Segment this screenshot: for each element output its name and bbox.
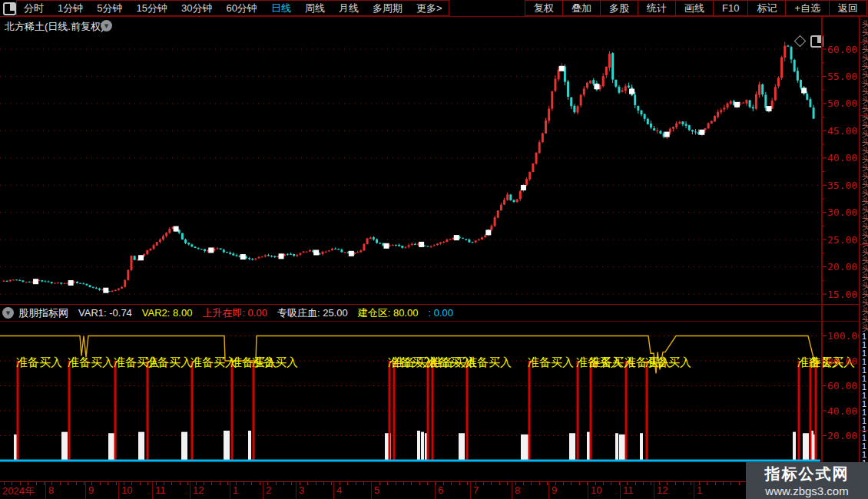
svg-text:60.00: 60.00 (827, 44, 857, 55)
price-gridlines (0, 49, 820, 294)
title-row: 北方稀土(日线.前复权) ▾ (0, 17, 868, 34)
axis-tick (451, 482, 452, 485)
watermark-title: 指标公式网 (746, 464, 868, 484)
month-label: 12 (193, 484, 204, 496)
month-label: 8 (515, 484, 520, 496)
strip-divider (860, 42, 868, 43)
period-item-30分钟[interactable]: 30分钟 (174, 1, 219, 15)
month-separator (512, 482, 512, 499)
tool-item-标记[interactable]: 标记 (747, 1, 785, 15)
axis-tick (396, 482, 396, 485)
month-label: 11 (623, 484, 634, 496)
axis-tick (100, 482, 101, 485)
month-separator (118, 482, 119, 499)
strip-divider (860, 430, 868, 431)
month-separator (470, 482, 471, 499)
axis-tick (563, 482, 564, 485)
axis-tick (260, 482, 260, 485)
axis-tick (539, 482, 540, 485)
period-toolbar: 分时1分钟5分钟15分钟30分钟60分钟日线周线月线多周期更多> 复权叠加多股统… (0, 0, 868, 17)
tool-item-F10[interactable]: F10 (713, 1, 747, 15)
month-label: 2024年 (2, 484, 35, 498)
svg-text:100.00: 100.00 (827, 330, 863, 342)
chevron-down-icon[interactable]: ▾ (2, 307, 14, 319)
period-item-多周期[interactable]: 多周期 (366, 1, 409, 15)
tool-item-复权[interactable]: 复权 (525, 1, 562, 15)
month-separator (85, 482, 86, 499)
month-marker-boxes (33, 66, 807, 293)
axis-tick (251, 482, 252, 485)
period-item-5分钟[interactable]: 5分钟 (90, 1, 129, 15)
axis-tick (523, 482, 524, 485)
period-item-1分钟[interactable]: 1分钟 (51, 1, 90, 15)
axis-tick (611, 482, 611, 485)
strip-divider (860, 244, 868, 245)
indicator-field: VAR1: -0.74 (78, 307, 132, 319)
svg-text:25.00: 25.00 (827, 234, 857, 246)
axis-tick (68, 482, 68, 485)
tool-item-返回[interactable]: 返回 (829, 1, 866, 15)
app-window: 分时1分钟5分钟15分钟30分钟60分钟日线周线月线多周期更多> 复权叠加多股统… (0, 0, 868, 499)
axis-tick (227, 482, 228, 485)
period-item-15分钟[interactable]: 15分钟 (129, 1, 174, 15)
svg-text:准备买入: 准备买入 (465, 355, 512, 368)
svg-text:准备买入: 准备买入 (146, 355, 192, 368)
svg-text:80.00: 80.00 (827, 355, 857, 367)
tool-item-+自选[interactable]: +自选 (785, 1, 829, 15)
axis-tick (331, 482, 332, 485)
indicator-field: : 0.00 (428, 307, 453, 319)
month-label: 1 (233, 484, 238, 496)
axis-tick (180, 482, 181, 485)
tool-item-多股[interactable]: 多股 (600, 1, 638, 15)
tool-item-统计[interactable]: 统计 (638, 1, 675, 15)
buy-signal-bars (17, 361, 817, 461)
window-icon[interactable] (3, 2, 16, 15)
month-separator (435, 482, 436, 499)
axis-tick (675, 482, 676, 485)
axis-tick (76, 482, 77, 485)
axis-tick (427, 482, 428, 485)
period-item-周线[interactable]: 周线 (298, 1, 332, 15)
svg-text:准备买入: 准备买入 (190, 355, 237, 368)
main-chart[interactable]: 60.0055.0050.0045.0040.0035.0030.0025.00… (0, 35, 868, 304)
right-clipped-panel: 头头头头头头头头头头头头头头头头头头头头头头头头头头头头头头头头头头头头头111… (859, 17, 868, 499)
month-label: 4 (336, 484, 342, 496)
axis-tick (147, 482, 148, 485)
watermark: 指标公式网 www.zbgs3.com (746, 462, 868, 499)
period-item-分时[interactable]: 分时 (17, 1, 51, 15)
tool-item-画线[interactable]: 画线 (675, 1, 713, 15)
axis-tick (603, 482, 604, 485)
axis-tick (316, 482, 316, 485)
zero-baseline (0, 460, 820, 462)
axis-tick (731, 482, 731, 485)
tools-menu: 复权叠加多股统计画线F10标记+自选返回 (525, 0, 867, 16)
period-menu: 分时1分钟5分钟15分钟30分钟60分钟日线周线月线多周期更多> (16, 0, 449, 16)
period-item-60分钟[interactable]: 60分钟 (219, 1, 263, 15)
svg-text:45.00: 45.00 (827, 125, 857, 137)
period-item-更多>[interactable]: 更多> (409, 1, 449, 15)
month-label: 9 (88, 484, 94, 496)
axis-tick (60, 482, 61, 485)
svg-text:准备买入: 准备买入 (528, 355, 574, 368)
axis-tick (36, 482, 37, 485)
indicator-chart[interactable]: 准备买入准备买入准备买入准备买入准备买入准备买入准备买入准备买入准备买入准备买入… (0, 322, 868, 481)
period-item-月线[interactable]: 月线 (332, 1, 366, 15)
watermark-url: www.zbgs3.com (746, 484, 868, 497)
tool-item-叠加[interactable]: 叠加 (562, 1, 600, 15)
svg-text:40.00: 40.00 (827, 405, 857, 417)
axis-tick (507, 482, 508, 485)
candles-layer (3, 42, 815, 292)
axis-tick (387, 482, 388, 485)
month-label: 2 (266, 484, 271, 496)
period-item-日线[interactable]: 日线 (264, 1, 298, 15)
axis-tick (531, 482, 532, 485)
axis-tick (483, 482, 484, 485)
axis-tick (356, 482, 356, 485)
chevron-down-icon[interactable]: ▾ (101, 20, 112, 31)
stock-title: 北方稀土(日线.前复权) (5, 20, 104, 34)
month-label: 1 (697, 484, 702, 496)
axis-tick (84, 482, 84, 485)
axis-border-line (821, 17, 823, 499)
svg-text:准备买入: 准备买入 (16, 355, 62, 368)
month-separator (296, 482, 297, 499)
